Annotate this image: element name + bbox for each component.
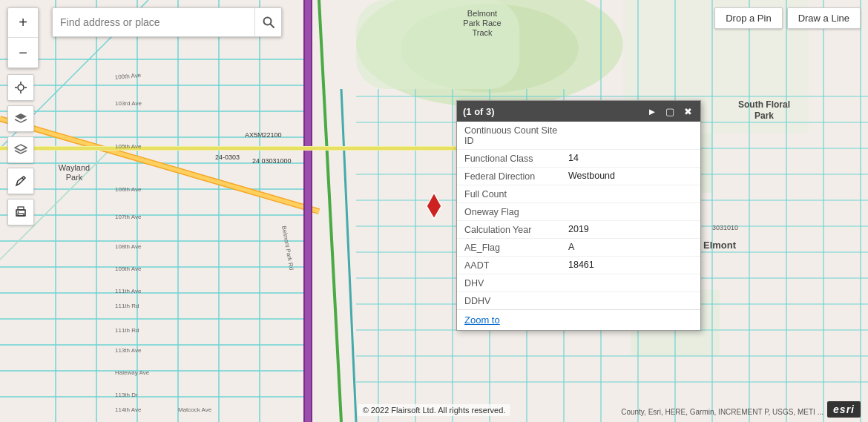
svg-text:24 03031000: 24 03031000 bbox=[252, 157, 292, 165]
layers-button[interactable] bbox=[7, 105, 34, 132]
svg-text:111th Rd: 111th Rd bbox=[115, 327, 139, 334]
popup-row-value: 14 bbox=[568, 153, 579, 163]
svg-text:Park: Park bbox=[754, 111, 774, 121]
svg-text:106th Ave: 106th Ave bbox=[115, 186, 142, 193]
popup-row-label: Continuous Count Site ID bbox=[464, 125, 568, 146]
top-right-buttons: Drop a Pin Draw a Line bbox=[714, 7, 861, 29]
popup-row: Functional Class14 bbox=[457, 150, 700, 168]
popup-row-label: AADT bbox=[464, 260, 568, 271]
svg-text:107th Ave: 107th Ave bbox=[115, 214, 142, 220]
svg-point-105 bbox=[18, 211, 19, 213]
svg-text:113th Dr: 113th Dr bbox=[115, 392, 138, 398]
popup-row-label: Functional Class bbox=[464, 153, 568, 164]
attribution-text: © 2022 Flairsoft Ltd. All rights reserve… bbox=[358, 404, 510, 416]
zoom-in-button[interactable]: + bbox=[8, 8, 38, 38]
svg-text:South Floral: South Floral bbox=[738, 99, 790, 110]
svg-text:Matcock Ave: Matcock Ave bbox=[178, 406, 212, 413]
popup-row-label: Federal Direction bbox=[464, 171, 568, 182]
popup-row-value: Westbound bbox=[568, 171, 615, 181]
svg-marker-100 bbox=[15, 145, 27, 151]
popup-row: DDHV bbox=[457, 292, 700, 309]
popup-body: Continuous Count Site IDFunctional Class… bbox=[457, 122, 700, 309]
popup-row: Calculation Year2019 bbox=[457, 221, 700, 239]
popup-controls: ► ▢ ✖ bbox=[645, 105, 694, 118]
svg-text:109th Ave: 109th Ave bbox=[115, 266, 142, 272]
left-toolbar bbox=[7, 74, 34, 225]
draw-button[interactable] bbox=[7, 168, 34, 194]
map-background: Belmont Park Race Track South Floral Par… bbox=[0, 0, 868, 422]
locate-button[interactable] bbox=[7, 74, 34, 101]
svg-text:Park Race: Park Race bbox=[463, 19, 501, 27]
attribution-sources: County, Esri, HERE, Garmin, INCREMENT P,… bbox=[621, 408, 823, 416]
popup-row-value: A bbox=[568, 242, 574, 252]
drop-pin-button[interactable]: Drop a Pin bbox=[714, 7, 782, 29]
svg-text:Haleway Ave: Haleway Ave bbox=[115, 369, 150, 376]
popup-row: Oneway Flag bbox=[457, 203, 700, 221]
basemap-icon bbox=[14, 143, 27, 156]
svg-text:Track: Track bbox=[472, 28, 493, 37]
svg-text:Wayland: Wayland bbox=[59, 163, 90, 172]
svg-text:111th Rd: 111th Rd bbox=[115, 303, 139, 309]
popup-next-button[interactable]: ► bbox=[645, 105, 659, 118]
popup-panel: (1 of 3) ► ▢ ✖ Continuous Count Site IDF… bbox=[456, 100, 701, 331]
popup-row: AE_FlagA bbox=[457, 239, 700, 257]
zoom-to-link[interactable]: Zoom to bbox=[464, 314, 500, 326]
svg-text:111th Ave: 111th Ave bbox=[115, 288, 142, 294]
svg-line-93 bbox=[270, 24, 274, 28]
zoom-controls: + − bbox=[7, 7, 39, 68]
draw-line-button[interactable]: Draw a Line bbox=[787, 7, 861, 29]
svg-text:113th Ave: 113th Ave bbox=[115, 347, 142, 354]
popup-close-button[interactable]: ✖ bbox=[681, 105, 694, 118]
print-icon bbox=[14, 205, 27, 219]
locate-icon bbox=[14, 81, 27, 94]
popup-row: Full Count bbox=[457, 185, 700, 203]
search-button[interactable] bbox=[254, 7, 281, 37]
popup-footer: Zoom to bbox=[457, 309, 700, 330]
svg-text:108th Ave: 108th Ave bbox=[115, 243, 142, 250]
popup-row-label: Full Count bbox=[464, 188, 568, 200]
map-container[interactable]: Belmont Park Race Track South Floral Par… bbox=[0, 0, 868, 422]
svg-text:Elmont: Elmont bbox=[703, 240, 737, 251]
svg-text:24-0303: 24-0303 bbox=[215, 154, 240, 161]
esri-logo: esri bbox=[827, 401, 861, 418]
svg-marker-99 bbox=[15, 113, 27, 119]
popup-row-value: 18461 bbox=[568, 260, 594, 270]
svg-text:Belmont: Belmont bbox=[467, 9, 497, 18]
layers-icon bbox=[14, 112, 27, 125]
popup-row-label: AE_Flag bbox=[464, 242, 568, 253]
svg-text:AX5M22100: AX5M22100 bbox=[245, 131, 282, 139]
print-button[interactable] bbox=[7, 199, 34, 225]
svg-point-94 bbox=[18, 85, 24, 90]
popup-row-label: DDHV bbox=[464, 295, 568, 306]
popup-row: Federal DirectionWestbound bbox=[457, 168, 700, 185]
search-input[interactable] bbox=[53, 16, 254, 28]
popup-header: (1 of 3) ► ▢ ✖ bbox=[457, 101, 700, 122]
search-icon bbox=[263, 16, 274, 28]
search-bar bbox=[52, 7, 282, 37]
popup-row-label: Oneway Flag bbox=[464, 206, 568, 217]
popup-title: (1 of 3) bbox=[463, 106, 495, 117]
popup-row-label: DHV bbox=[464, 277, 568, 289]
svg-text:103rd Ave: 103rd Ave bbox=[115, 100, 142, 107]
svg-text:3031010: 3031010 bbox=[712, 224, 738, 231]
popup-row-value: 2019 bbox=[568, 224, 589, 234]
draw-icon bbox=[14, 174, 27, 188]
basemap-button[interactable] bbox=[7, 136, 34, 163]
popup-row-label: Calculation Year bbox=[464, 224, 568, 235]
zoom-out-button[interactable]: − bbox=[8, 38, 38, 67]
popup-row: Continuous Count Site ID bbox=[457, 122, 700, 150]
svg-text:114th Ave: 114th Ave bbox=[115, 406, 142, 413]
popup-row: AADT18461 bbox=[457, 257, 700, 274]
popup-row: DHV bbox=[457, 274, 700, 292]
svg-line-101 bbox=[22, 178, 24, 179]
svg-rect-104 bbox=[18, 214, 24, 216]
svg-text:105th Ave: 105th Ave bbox=[115, 143, 142, 150]
svg-text:Park: Park bbox=[66, 173, 83, 182]
popup-minimize-button[interactable]: ▢ bbox=[663, 105, 677, 118]
